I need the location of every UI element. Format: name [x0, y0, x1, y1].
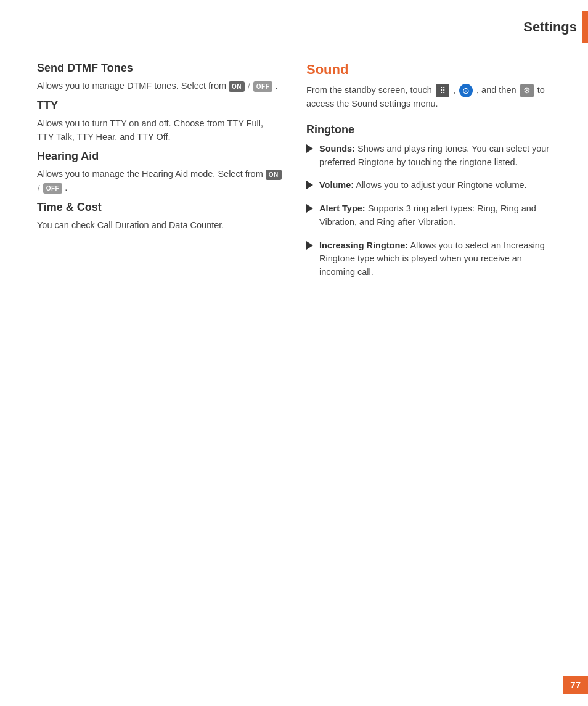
time-cost-text: You can check Call Duration and Data Cou… [37, 219, 282, 232]
volume-text: Allows you to adjust your Ringtone volum… [356, 180, 526, 190]
sounds-bold: Sounds: [319, 144, 355, 154]
send-dtmf-text-post: . [275, 81, 277, 91]
section-hearing-aid: Hearing Aid Allows you to manage the Hea… [37, 150, 282, 195]
hearing-aid-text-post: . [65, 183, 67, 192]
page-title: Settings [523, 19, 577, 35]
time-cost-heading: Time & Cost [37, 201, 282, 214]
bullet-text-increasing: Increasing Ringtone: Allows you to selec… [319, 239, 551, 279]
ringtone-heading: Ringtone [306, 123, 551, 136]
bullet-item-sounds: Sounds: Shows and plays ring tones. You … [306, 142, 551, 170]
off-badge-dtmf: OFF [253, 81, 273, 92]
bullet-item-alert-type: Alert Type: Supports 3 ring alert types:… [306, 202, 551, 229]
bullet-item-increasing-ringtone: Increasing Ringtone: Allows you to selec… [306, 239, 551, 279]
page-number: 77 [563, 676, 588, 694]
alert-type-bold: Alert Type: [319, 203, 365, 213]
hearing-aid-heading: Hearing Aid [37, 150, 282, 163]
settings-icon [520, 84, 534, 97]
sound-intro-pre: From the standby screen, touch [306, 85, 435, 95]
header-accent-bar [582, 11, 588, 43]
bullet-triangle-sounds [306, 144, 313, 153]
section-send-dtmf-tones: Send DTMF Tones Allows you to manage DTM… [37, 62, 282, 93]
hearing-aid-text: Allows you to manage the Hearing Aid mod… [37, 168, 282, 195]
sound-intro-mid2: , and then [476, 85, 519, 95]
page-footer: 77 [563, 676, 588, 694]
slash-dtmf: / [248, 81, 250, 91]
ringtone-bullet-list: Sounds: Shows and plays ring tones. You … [306, 142, 551, 279]
bullet-text-volume: Volume: Allows you to adjust your Ringto… [319, 179, 551, 192]
bullet-text-alert-type: Alert Type: Supports 3 ring alert types:… [319, 202, 551, 229]
sound-heading: Sound [306, 62, 551, 78]
off-badge-hearing: OFF [43, 183, 63, 194]
bullet-triangle-alert-type [306, 204, 313, 213]
send-dtmf-tones-heading: Send DTMF Tones [37, 62, 282, 75]
bullet-item-volume: Volume: Allows you to adjust your Ringto… [306, 179, 551, 192]
sound-intro-mid1: , [453, 85, 458, 95]
send-dtmf-tones-text: Allows you to manage DTMF tones. Select … [37, 80, 282, 93]
sound-intro-text: From the standby screen, touch , , and t… [306, 84, 551, 111]
bullet-triangle-volume [306, 181, 313, 189]
slash-hearing: / [38, 183, 40, 192]
left-column: Send DTMF Tones Allows you to manage DTM… [37, 62, 282, 289]
page-header: Settings [0, 0, 588, 49]
main-content: Send DTMF Tones Allows you to manage DTM… [0, 49, 588, 289]
right-column: Sound From the standby screen, touch , ,… [306, 62, 551, 289]
hearing-aid-text-pre: Allows you to manage the Hearing Aid mod… [37, 169, 266, 179]
camera-icon [459, 84, 473, 97]
tty-text: Allows you to turn TTY on and off. Choos… [37, 117, 282, 144]
send-dtmf-text-pre: Allows you to manage DTMF tones. Select … [37, 81, 229, 91]
bullet-triangle-increasing [306, 241, 313, 250]
on-badge-hearing: ON [266, 170, 282, 180]
increasing-bold: Increasing Ringtone: [319, 240, 408, 250]
section-tty: TTY Allows you to turn TTY on and off. C… [37, 99, 282, 144]
on-badge-dtmf: ON [229, 81, 245, 92]
volume-bold: Volume: [319, 180, 354, 190]
tty-heading: TTY [37, 99, 282, 112]
section-time-cost: Time & Cost You can check Call Duration … [37, 201, 282, 232]
bullet-text-sounds: Sounds: Shows and plays ring tones. You … [319, 142, 551, 170]
dots-icon [436, 84, 449, 97]
